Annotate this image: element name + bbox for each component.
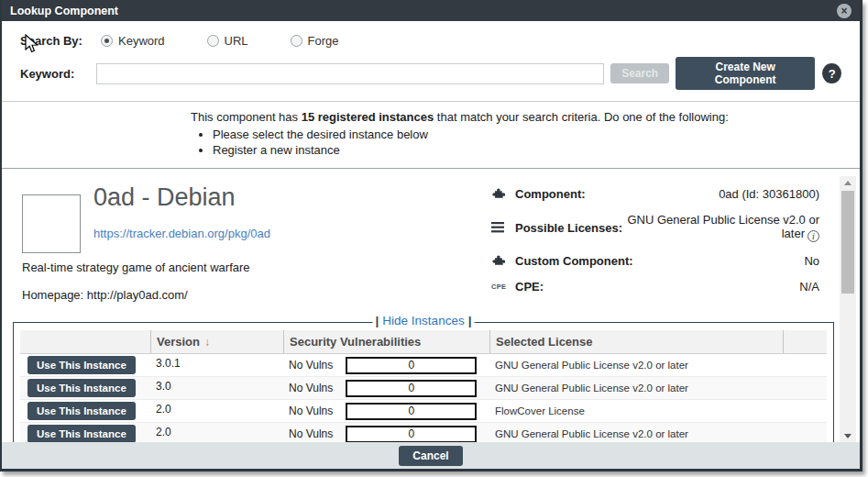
hide-instances-link[interactable]: Hide Instances [379, 314, 467, 327]
header-selected-license[interactable]: Selected License [489, 330, 783, 353]
detail-value-cpe: N/A [544, 280, 819, 294]
dialog-title: Lookup Component [10, 5, 118, 17]
instances-legend: |Hide Instances| [373, 314, 475, 327]
puzzle-icon [491, 254, 515, 268]
create-new-component-button[interactable]: Create New Component [676, 57, 815, 90]
table-row: Use This Instance 2.0 No Vulns 0 FlowCov… [20, 400, 827, 423]
lookup-component-dialog: Lookup Component × Search By: Keyword UR… [0, 0, 863, 471]
detail-value-component: 0ad (Id: 30361800) [586, 187, 819, 201]
component-tracker-link[interactable]: https://tracker.debian.org/pkg/0ad [93, 227, 270, 240]
instances-notice: This component has 15 registered instanc… [2, 102, 860, 168]
header-empty-column [783, 330, 827, 353]
component-details: Component: 0ad (Id: 30361800) Possible L… [491, 187, 819, 305]
component-name: 0ad - Debian [93, 183, 236, 212]
search-by-label: Search By: [20, 34, 101, 48]
notice-prefix: This component has [191, 110, 302, 124]
selected-license-cell: GNU General Public License v2.0 or later [489, 360, 783, 371]
dialog-footer: Cancel [2, 442, 860, 469]
radio-keyword-label: Keyword [118, 34, 165, 48]
vulns-status-text: No Vulns [289, 359, 333, 372]
use-this-instance-button[interactable]: Use This Instance [27, 379, 136, 397]
help-icon[interactable]: ? [822, 63, 841, 83]
cancel-button[interactable]: Cancel [399, 446, 462, 466]
vuln-count-input[interactable]: 0 [346, 403, 477, 420]
version-cell: 2.0 [150, 423, 283, 438]
instances-rows: Use This Instance 3.0.1 No Vulns 0 GNU G… [20, 354, 827, 446]
vulns-status-text: No Vulns [289, 427, 333, 440]
scroll-up-icon[interactable] [840, 176, 856, 189]
vertical-scrollbar[interactable] [840, 176, 856, 442]
radio-forge[interactable]: Forge [291, 34, 339, 48]
radio-keyword-dot[interactable] [101, 35, 113, 47]
detail-value-licenses: GNU General Public License v2.0 or later… [622, 213, 819, 242]
selected-license-cell: FlowCover License [489, 405, 783, 416]
sort-descending-icon[interactable]: ↓ [204, 336, 210, 349]
header-version[interactable]: Version↓ [150, 330, 283, 353]
notice-suffix: that match your search criteria. Do one … [434, 110, 729, 124]
notice-bullet: Please select the desired instance below [213, 128, 860, 141]
detail-label-licenses: Possible Licenses: [515, 221, 622, 235]
header-license-label: Selected License [496, 335, 593, 349]
vuln-count-input[interactable]: 0 [346, 426, 477, 443]
notice-count: 15 registered instances [302, 110, 434, 124]
keyword-label: Keyword: [20, 67, 96, 81]
table-header-row: Version↓ Security Vulnerabilities Select… [20, 330, 827, 354]
instances-table: Version↓ Security Vulnerabilities Select… [20, 330, 827, 446]
use-this-instance-button[interactable]: Use This Instance [27, 425, 136, 443]
dialog-titlebar: Lookup Component × [2, 0, 860, 21]
search-button[interactable]: Search [610, 63, 669, 83]
detail-label-component: Component: [515, 187, 586, 201]
license-value-text: GNU General Public License v2.0 or later [627, 213, 819, 240]
instances-fieldset: |Hide Instances| Version↓ Security Vulne… [13, 322, 834, 448]
table-row: Use This Instance 3.0.1 No Vulns 0 GNU G… [20, 354, 827, 377]
search-form: Search By: Keyword URL Forge Keyword: Se… [2, 21, 860, 101]
header-action-column [20, 330, 150, 353]
header-version-label: Version [157, 335, 200, 349]
use-this-instance-button[interactable]: Use This Instance [27, 402, 136, 420]
radio-keyword[interactable]: Keyword [101, 34, 165, 48]
detail-value-custom: No [633, 254, 819, 268]
component-description: Real-time strategy game of ancient warfa… [22, 261, 250, 274]
radio-forge-dot[interactable] [291, 35, 302, 47]
table-row: Use This Instance 3.0 No Vulns 0 GNU Gen… [20, 377, 827, 400]
vulns-status-text: No Vulns [289, 382, 333, 394]
component-homepage: Homepage: http://play0ad.com/ [22, 288, 188, 302]
vuln-count-input[interactable]: 0 [346, 357, 477, 374]
header-security-vulnerabilities[interactable]: Security Vulnerabilities [283, 330, 489, 353]
list-icon [491, 222, 515, 233]
vuln-count-input[interactable]: 0 [346, 380, 477, 397]
cpe-icon-text: CPE [491, 283, 506, 291]
vulns-status-text: No Vulns [289, 405, 333, 417]
radio-forge-label: Forge [308, 34, 339, 48]
component-image-placeholder [22, 194, 81, 253]
notice-bullet: Register a new instance [213, 143, 860, 157]
use-this-instance-button[interactable]: Use This Instance [27, 356, 136, 374]
close-icon[interactable]: × [837, 4, 852, 18]
radio-url-label: URL [225, 34, 248, 48]
detail-label-custom: Custom Component: [515, 254, 633, 268]
scrollbar-thumb[interactable] [841, 191, 854, 294]
selected-license-cell: GNU General Public License v2.0 or later [489, 383, 783, 394]
radio-url-dot[interactable] [207, 35, 219, 47]
radio-url[interactable]: URL [207, 34, 248, 48]
puzzle-icon [491, 187, 515, 201]
component-detail-panel: 0ad - Debian https://tracker.debian.org/… [2, 169, 860, 448]
selected-license-cell: GNU General Public License v2.0 or later [489, 428, 783, 439]
license-info-icon[interactable]: i [808, 230, 819, 242]
scroll-down-icon[interactable] [840, 429, 856, 442]
cpe-icon: CPE [491, 283, 515, 291]
header-vulns-label: Security Vulnerabilities [290, 335, 421, 349]
version-cell: 3.0.1 [150, 354, 283, 370]
legend-pipe: | [468, 314, 472, 327]
detail-label-cpe: CPE: [515, 280, 544, 294]
version-cell: 2.0 [150, 400, 283, 416]
version-cell: 3.0 [150, 377, 283, 393]
keyword-input[interactable] [96, 63, 604, 84]
